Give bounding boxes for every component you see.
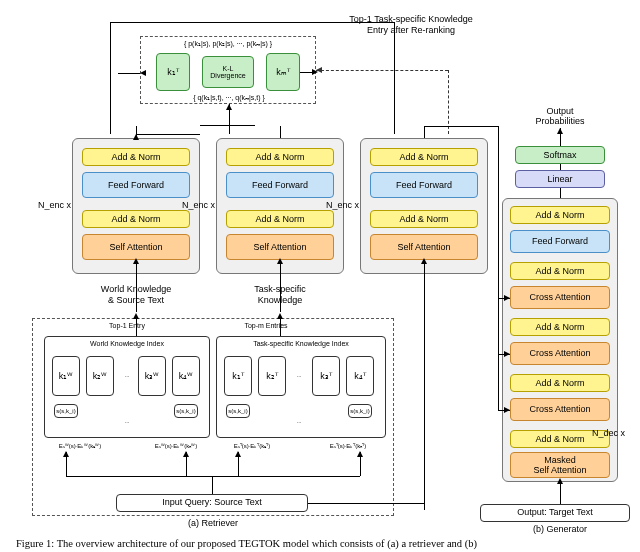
enc2-sa: Self Attention [226, 234, 334, 260]
rerank-q: { q(k₁|s,t), ···, q(kₘ|s,t) } [152, 94, 306, 101]
figure-caption: Figure 1: The overview architecture of o… [16, 538, 632, 549]
dec-addnorm-6: Add & Norm [510, 206, 610, 224]
ndec: N_dec x [592, 428, 638, 438]
source-text-label: Input Query: Source Text [116, 497, 308, 507]
target-text-label: Output: Target Text [480, 507, 630, 517]
kt1: k₁ᵀ [224, 356, 252, 396]
kw3: k₃ᵂ [138, 356, 166, 396]
rerank-kl: K-L Divergence [202, 56, 254, 88]
enc1-addnorm-bot: Add & Norm [82, 210, 190, 228]
dec-masked-sa: Masked Self Attention [510, 452, 610, 478]
top1-label: Top-1 Entry [92, 322, 162, 329]
kt4: k₄ᵀ [346, 356, 374, 396]
score-w2: Eₛᵂ(s)·Eₖᵂ(kₙᵂ) [140, 442, 212, 449]
dec-addnorm-4: Add & Norm [510, 318, 610, 336]
softmax: Softmax [515, 146, 605, 164]
generator-caption: (b) Generator [520, 524, 600, 534]
topm-label: Top-m Entries [226, 322, 306, 329]
kt2: k₂ᵀ [258, 356, 286, 396]
rerank-title2: Entry after Re-ranking [326, 25, 496, 35]
dec-addnorm-3: Add & Norm [510, 374, 610, 392]
rerank-p: { p(k₁|s), p(k₂|s), ···, p(kₘ|s) } [148, 40, 308, 47]
enc3-addnorm-bot: Add & Norm [370, 210, 478, 228]
t-dots2: ... [290, 418, 308, 424]
sim-w1: s(s,k_i) [54, 404, 78, 418]
enc2-addnorm-top: Add & Norm [226, 148, 334, 166]
nenc-2: N_enc x [182, 200, 214, 210]
task-index-title: Task-specific Knowledge Index [220, 340, 382, 347]
dec-cross1: Cross Attention [510, 286, 610, 309]
enc1-ff: Feed Forward [82, 172, 190, 198]
score-t2: Eₛᵀ(s)·Eₖᵀ(kₙᵀ) [312, 442, 384, 449]
rerank-km: kₘᵀ [266, 53, 300, 91]
score-w1: Eₛᵂ(s)·Eₖᵂ(k₁ᵂ) [44, 442, 116, 449]
enc1-sa: Self Attention [82, 234, 190, 260]
dec-addnorm-5: Add & Norm [510, 262, 610, 280]
dec-ff: Feed Forward [510, 230, 610, 253]
dec-cross3: Cross Attention [510, 398, 610, 421]
sim-t2: s(s,k_i) [348, 404, 372, 418]
kw4: k₄ᵂ [172, 356, 200, 396]
enc3-addnorm-top: Add & Norm [370, 148, 478, 166]
score-t1: Eₛᵀ(s)·Eₖᵀ(k₁ᵀ) [216, 442, 288, 449]
kw2: k₂ᵂ [86, 356, 114, 396]
nenc-1: N_enc x [38, 200, 70, 210]
enc2-addnorm-bot: Add & Norm [226, 210, 334, 228]
nenc-3: N_enc x [326, 200, 358, 210]
enc1-addnorm-top: Add & Norm [82, 148, 190, 166]
kw1: k₁ᵂ [52, 356, 80, 396]
world-index-title: World Knowledge Index [48, 340, 206, 347]
sim-t1: s(s,k_i) [226, 404, 250, 418]
retriever-caption: (a) Retriever [170, 518, 256, 528]
enc3-ff: Feed Forward [370, 172, 478, 198]
linear: Linear [515, 170, 605, 188]
kt3: k₃ᵀ [312, 356, 340, 396]
w-dots2: ... [118, 418, 136, 424]
dec-cross2: Cross Attention [510, 342, 610, 365]
w-dots: ... [118, 372, 136, 378]
t-dots: ... [290, 372, 308, 378]
sim-w2: s(s,k_i) [174, 404, 198, 418]
output-label: Output Probabilities [518, 106, 602, 126]
rerank-k1: k₁ᵀ [156, 53, 190, 91]
enc3-sa: Self Attention [370, 234, 478, 260]
enc2-ff: Feed Forward [226, 172, 334, 198]
